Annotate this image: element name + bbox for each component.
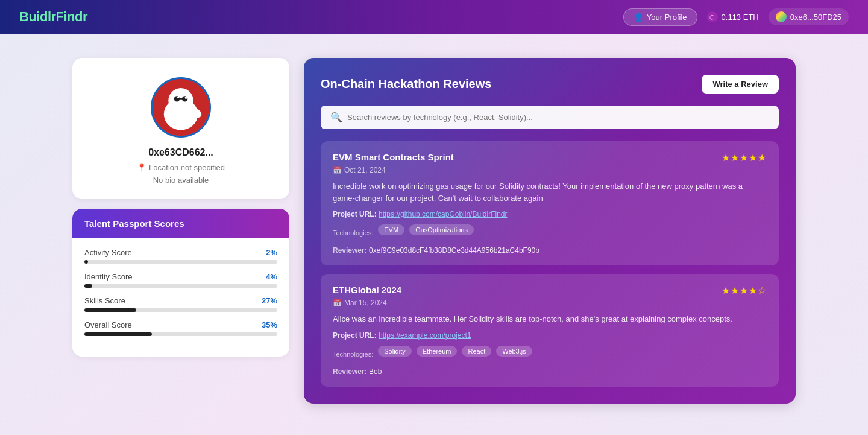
passport-title: Talent Passport Scores [84,218,277,229]
identity-progress-track [84,284,277,288]
score-row-activity: Activity Score 2% [84,248,277,264]
search-input[interactable] [347,113,769,122]
project-url-link[interactable]: https://github.com/capGoblin/BuidlrFindr [379,210,507,218]
reviews-title: On-Chain Hackathon Reviews [321,77,491,91]
skills-progress-track [84,308,277,312]
passport-body: Activity Score 2% Identity Score 4% [72,238,289,357]
review-date: 📅 Mar 15, 2024 [333,299,767,307]
reviewer-row: Reviewer: 0xef9C9e03d8cF4fb38D8Ce3d44A95… [333,246,767,255]
svg-point-6 [185,97,187,99]
review-item: EVM Smart Contracts Sprint ★★★★★ 📅 Oct 2… [321,141,779,265]
reviews-header: On-Chain Hackathon Reviews Write a Revie… [321,75,779,94]
passport-card: Talent Passport Scores Activity Score 2%… [72,209,289,357]
review-name: ETHGlobal 2024 [333,285,401,295]
write-review-button[interactable]: Write a Review [702,75,779,94]
left-panel: 0xe63CD662... 📍 Location not specified N… [72,58,289,404]
bio: No bio available [153,176,209,185]
skills-progress-fill [84,308,136,312]
skills-label: Skills Score [84,296,125,305]
tag-solidity: Solidity [378,346,411,357]
stars: ★★★★☆ [722,285,767,296]
profile-card: 0xe63CD662... 📍 Location not specified N… [72,58,289,199]
search-bar[interactable]: 🔍 [321,106,779,129]
tech-label: Technologies: [333,229,373,237]
review-top: EVM Smart Contracts Sprint ★★★★★ [333,152,767,164]
tag-gasopt: GasOptimizations [409,224,474,235]
tag-evm: EVM [378,224,404,235]
review-description: Incredible work on optimizing gas usage … [333,180,767,204]
activity-progress-fill [84,260,88,264]
wallet-avatar [776,11,787,22]
location: 📍 Location not specified [137,163,225,172]
calendar-icon: 📅 [333,166,342,174]
stars: ★★★★★ [722,152,767,164]
review-name: EVM Smart Contracts Sprint [333,152,454,162]
logo: BuidlrFindr [19,9,87,25]
project-url-link[interactable]: https://example.com/project1 [379,331,471,340]
tech-tags: EVM GasOptimizations [378,224,474,235]
overall-label: Overall Score [84,320,132,329]
user-icon: 👤 [634,13,643,22]
tag-react: React [462,346,491,357]
review-item: ETHGlobal 2024 ★★★★☆ 📅 Mar 15, 2024 Alic… [321,274,779,387]
right-panel: On-Chain Hackathon Reviews Write a Revie… [304,58,796,404]
avatar [151,77,211,138]
header-right: 👤 Your Profile ⬡ 0.113 ETH 0xe6...50FD25 [623,8,849,26]
profile-button[interactable]: 👤 Your Profile [623,8,697,26]
activity-progress-track [84,260,277,264]
project-url-row: Project URL: https://github.com/capGobli… [333,210,767,218]
tech-tags: Solidity Ethereum React Web3.js [378,346,532,357]
review-top: ETHGlobal 2024 ★★★★☆ [333,285,767,296]
skills-value: 27% [262,296,277,305]
overall-progress-track [84,332,277,336]
tag-ethereum: Ethereum [417,346,458,357]
review-description: Alice was an incredible teammate. Her So… [333,313,767,325]
identity-progress-fill [84,284,92,288]
overall-value: 35% [262,320,277,329]
calendar-icon: 📅 [333,299,342,307]
project-url-row: Project URL: https://example.com/project… [333,331,767,340]
wallet-address-display: 0xe63CD662... [148,147,213,158]
search-icon: 🔍 [330,112,342,123]
eth-balance: ⬡ 0.113 ETH [707,11,759,22]
identity-value: 4% [266,272,277,281]
identity-label: Identity Score [84,272,133,281]
tech-label: Technologies: [333,351,373,358]
svg-point-2 [168,88,193,113]
wallet-address-header: 0xe6...50FD25 [769,8,849,25]
location-icon: 📍 [137,163,146,172]
eth-icon: ⬡ [707,11,718,22]
score-row-overall: Overall Score 35% [84,320,277,336]
reviews-card: On-Chain Hackathon Reviews Write a Revie… [304,58,796,404]
overall-progress-fill [84,332,152,336]
review-date: 📅 Oct 21, 2024 [333,166,767,174]
tag-web3js: Web3.js [496,346,532,357]
header: BuidlrFindr 👤 Your Profile ⬡ 0.113 ETH 0… [0,0,868,34]
score-row-skills: Skills Score 27% [84,296,277,312]
activity-label: Activity Score [84,248,132,257]
activity-value: 2% [266,248,277,257]
reviewer-row: Reviewer: Bob [333,367,767,376]
passport-header: Talent Passport Scores [72,209,289,238]
main-content: 0xe63CD662... 📍 Location not specified N… [0,34,868,428]
score-row-identity: Identity Score 4% [84,272,277,288]
